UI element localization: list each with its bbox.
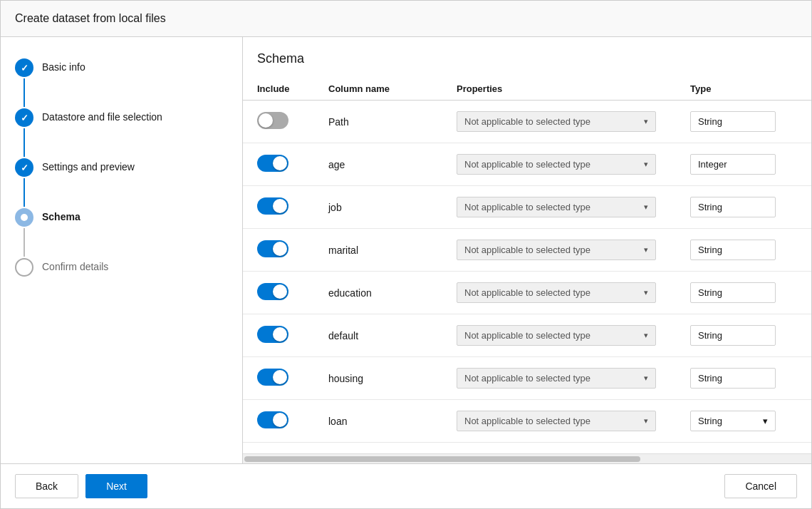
type-default: String	[690, 325, 776, 346]
toggle-age[interactable]	[257, 155, 328, 174]
checkmark-icon: ✓	[21, 63, 28, 73]
toggle-path[interactable]	[257, 112, 328, 131]
properties-loan[interactable]: Not applicable to selected type ▾	[457, 411, 690, 431]
type-path: String	[690, 111, 776, 132]
checkmark-icon: ✓	[21, 163, 28, 173]
type-job: String	[690, 197, 776, 217]
step-label-schema: Schema	[42, 208, 80, 222]
table-row: loan Not applicable to selected type ▾ S…	[243, 400, 811, 443]
dialog: Create dataset from local files ✓ Basic …	[0, 0, 812, 509]
checkmark-icon: ✓	[21, 113, 28, 123]
chevron-down-icon: ▾	[644, 202, 648, 212]
col-name-age: age	[328, 159, 457, 170]
type-housing: String	[690, 368, 776, 389]
col-name-path: Path	[328, 116, 457, 128]
step-circle-confirm	[15, 258, 33, 277]
chevron-down-icon: ▾	[644, 288, 648, 297]
step-connector-4	[24, 228, 25, 257]
step-label-confirm: Confirm details	[42, 258, 108, 272]
properties-job[interactable]: Not applicable to selected type ▾	[457, 197, 690, 217]
step-connector-2	[24, 128, 25, 157]
table-row: default Not applicable to selected type …	[243, 314, 811, 357]
properties-path[interactable]: Not applicable to selected type ▾	[457, 111, 690, 132]
properties-housing[interactable]: Not applicable to selected type ▾	[457, 368, 690, 389]
step-connector-3	[24, 178, 25, 207]
col-header-name: Column name	[328, 83, 457, 94]
col-name-job: job	[328, 202, 457, 213]
table-header: Include Column name Properties Type	[243, 78, 811, 101]
step-item-datastore: ✓ Datastore and file selection	[15, 108, 228, 158]
table-row: education Not applicable to selected typ…	[243, 272, 811, 314]
chevron-down-icon: ▾	[644, 374, 648, 383]
properties-education[interactable]: Not applicable to selected type ▾	[457, 282, 690, 303]
col-header-properties: Properties	[457, 83, 690, 94]
chevron-down-icon: ▾	[644, 416, 648, 426]
step-label-settings: Settings and preview	[42, 158, 135, 173]
cancel-button[interactable]: Cancel	[724, 474, 797, 498]
col-header-include: Include	[257, 83, 328, 94]
step-icon-col-2: ✓	[15, 108, 33, 158]
chevron-down-icon: ▾	[644, 160, 648, 169]
step-circle-settings: ✓	[15, 158, 33, 177]
back-button[interactable]: Back	[15, 474, 78, 498]
table-row: job Not applicable to selected type ▾ St…	[243, 186, 811, 229]
table-body: Path Not applicable to selected type ▾ S…	[243, 101, 811, 453]
table-row: marital Not applicable to selected type …	[243, 229, 811, 272]
dialog-title-text: Create dataset from local files	[15, 12, 166, 24]
col-name-housing: housing	[328, 373, 457, 384]
table-row: age Not applicable to selected type ▾ In…	[243, 143, 811, 186]
step-circle-datastore: ✓	[15, 108, 33, 127]
dialog-title: Create dataset from local files	[1, 1, 811, 37]
type-marital: String	[690, 240, 776, 260]
step-icon-col-5	[15, 258, 33, 277]
next-button[interactable]: Next	[85, 474, 147, 498]
table-row: Path Not applicable to selected type ▾ S…	[243, 101, 811, 143]
toggle-job[interactable]	[257, 197, 328, 217]
toggle-default[interactable]	[257, 326, 328, 345]
toggle-education[interactable]	[257, 283, 328, 302]
footer-left: Back Next	[15, 474, 147, 498]
step-connector-1	[24, 78, 25, 107]
step-icon-col-1: ✓	[15, 58, 33, 108]
table-row: housing Not applicable to selected type …	[243, 357, 811, 400]
type-loan[interactable]: String ▾	[690, 411, 776, 431]
step-item-confirm: Confirm details	[15, 258, 228, 277]
footer-right: Cancel	[724, 474, 797, 498]
schema-container: Schema Include Column name Properties Ty…	[243, 37, 811, 463]
chevron-down-icon: ▾	[644, 117, 648, 126]
step-item-settings: ✓ Settings and preview	[15, 158, 228, 208]
chevron-down-icon: ▾	[644, 331, 648, 340]
col-name-education: education	[328, 287, 457, 299]
step-label-basic-info: Basic info	[42, 58, 85, 73]
step-icon-col-3: ✓	[15, 158, 33, 208]
schema-title: Schema	[243, 51, 811, 78]
toggle-housing[interactable]	[257, 369, 328, 388]
step-dot	[21, 214, 28, 221]
chevron-down-icon: ▾	[763, 416, 768, 426]
step-item-schema: Schema	[15, 208, 228, 258]
properties-marital[interactable]: Not applicable to selected type ▾	[457, 240, 690, 260]
dialog-footer: Back Next Cancel	[1, 463, 811, 508]
sidebar: ✓ Basic info ✓ Datastore and file select…	[1, 37, 243, 463]
horizontal-scrollbar-container	[243, 453, 811, 463]
toggle-marital[interactable]	[257, 240, 328, 259]
step-circle-schema	[15, 208, 33, 227]
step-label-datastore: Datastore and file selection	[42, 108, 162, 123]
col-name-marital: marital	[328, 245, 457, 256]
type-age: Integer	[690, 154, 776, 175]
step-circle-basic-info: ✓	[15, 58, 33, 77]
col-header-type: Type	[690, 83, 797, 94]
toggle-loan[interactable]	[257, 411, 328, 431]
horizontal-scrollbar[interactable]	[244, 456, 640, 462]
type-education: String	[690, 282, 776, 303]
dialog-body: ✓ Basic info ✓ Datastore and file select…	[1, 37, 811, 463]
step-icon-col-4	[15, 208, 33, 258]
col-name-default: default	[328, 330, 457, 341]
properties-age[interactable]: Not applicable to selected type ▾	[457, 154, 690, 175]
step-item-basic-info: ✓ Basic info	[15, 58, 228, 108]
col-name-loan: loan	[328, 416, 457, 427]
chevron-down-icon: ▾	[644, 245, 648, 254]
main-content: Schema Include Column name Properties Ty…	[243, 37, 811, 463]
properties-default[interactable]: Not applicable to selected type ▾	[457, 325, 690, 346]
